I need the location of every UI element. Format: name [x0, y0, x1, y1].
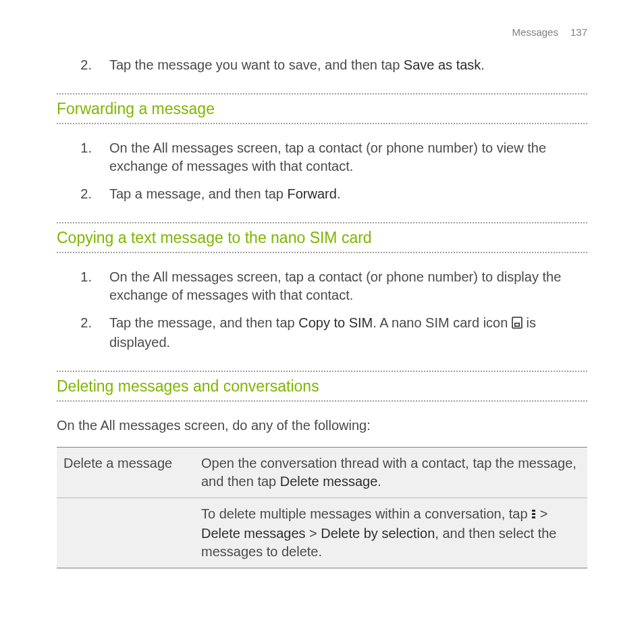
table-row-desc: To delete multiple messages within a con…	[194, 498, 587, 568]
section-title-rule: Copying a text message to the nano SIM c…	[57, 222, 587, 253]
list-item: 2. Tap the message you want to save, and…	[57, 56, 587, 74]
section-title: Forwarding a message	[57, 97, 587, 121]
list-item: 1. On the All messages screen, tap a con…	[57, 268, 587, 304]
section-title-rule: Forwarding a message	[57, 93, 587, 124]
section-deleting: Deleting messages and conversations On t…	[57, 371, 587, 568]
step-number: 2.	[57, 314, 109, 352]
step-text: Tap the message, and then tap Copy to SI…	[109, 314, 587, 352]
svg-rect-4	[532, 513, 535, 515]
list-item: 2. Tap a message, and then tap Forward.	[57, 185, 587, 203]
svg-rect-3	[532, 510, 535, 512]
step-number: 1.	[57, 139, 109, 176]
copy-sim-steps: 1. On the All messages screen, tap a con…	[57, 268, 587, 352]
table-row-label: Delete a message	[57, 448, 194, 498]
step-number: 1.	[57, 268, 109, 304]
svg-rect-5	[532, 516, 535, 518]
header-page: 137	[570, 26, 587, 38]
section-title-rule: Deleting messages and conversations	[57, 371, 587, 402]
table-row: To delete multiple messages within a con…	[57, 498, 587, 568]
manual-page: Messages137 2. Tap the message you want …	[0, 0, 644, 644]
section-title: Copying a text message to the nano SIM c…	[57, 226, 587, 250]
step-text: Tap the message you want to save, and th…	[109, 56, 587, 74]
list-item: 1. On the All messages screen, tap a con…	[57, 139, 587, 176]
table-row-desc: Open the conversation thread with a cont…	[194, 448, 587, 498]
table-row: Delete a message Open the conversation t…	[57, 448, 587, 498]
step-number: 2.	[57, 56, 109, 74]
intro-steps: 2. Tap the message you want to save, and…	[57, 56, 587, 74]
section-forwarding: Forwarding a message 1. On the All messa…	[57, 93, 587, 203]
section-copy-sim: Copying a text message to the nano SIM c…	[57, 222, 587, 352]
step-text: Tap a message, and then tap Forward.	[109, 185, 587, 203]
table-row-label	[57, 498, 194, 568]
svg-rect-2	[515, 324, 518, 326]
step-text: On the All messages screen, tap a contac…	[109, 268, 587, 304]
lead-text: On the All messages screen, do any of th…	[57, 417, 587, 435]
step-number: 2.	[57, 185, 109, 203]
section-title: Deleting messages and conversations	[57, 375, 587, 398]
header-section: Messages	[512, 26, 558, 38]
step-text: On the All messages screen, tap a contac…	[109, 139, 587, 176]
sim-card-icon	[512, 315, 522, 333]
forwarding-steps: 1. On the All messages screen, tap a con…	[57, 139, 587, 203]
running-header: Messages137	[512, 26, 587, 39]
delete-table: Delete a message Open the conversation t…	[57, 447, 587, 568]
list-item: 2. Tap the message, and then tap Copy to…	[57, 314, 587, 352]
